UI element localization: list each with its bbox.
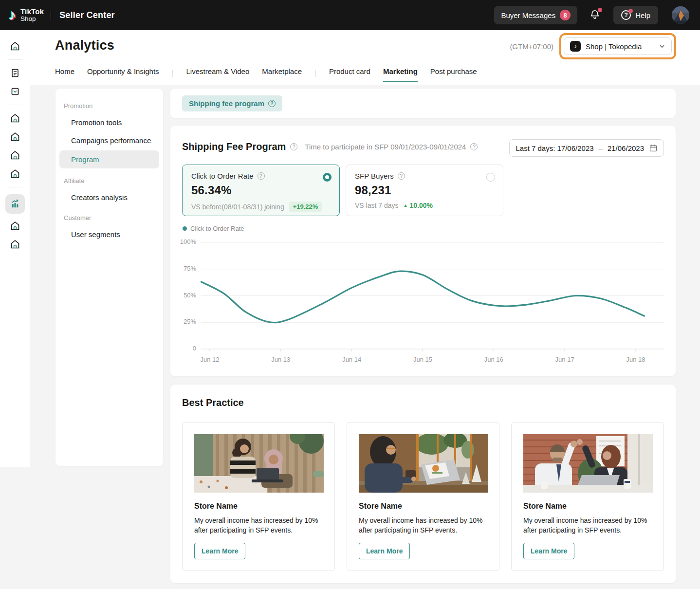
best-practice-title: Best Practice xyxy=(182,397,244,408)
metric-radio-selected[interactable] xyxy=(323,173,332,182)
buyer-messages-button[interactable]: Buyer Messages 8 xyxy=(494,6,577,24)
metric-cards: Click to Order Rate ? 56.34% VS before(0… xyxy=(182,165,503,216)
metric-value: 98,231 xyxy=(355,184,494,197)
best-practice-grid: Store Name My overall income has increas… xyxy=(182,422,664,571)
rail-inbox-icon[interactable] xyxy=(5,82,25,101)
participate-period-text: Time to participate in SFP 09/01/2023-09… xyxy=(305,143,466,151)
sidebar-heading-promotion: Promotion xyxy=(55,94,163,113)
topbar: ♪ TikTok Shop Seller Center Buyer Messag… xyxy=(0,0,700,30)
sidebar-item-promotion-tools[interactable]: Promotion tools xyxy=(55,113,163,131)
brand-line2: Shop xyxy=(20,16,44,22)
topbar-divider xyxy=(51,10,51,20)
tab-marketing-active[interactable]: Marketing xyxy=(383,67,418,82)
tab-product-card[interactable]: Product card xyxy=(329,67,370,82)
shipping-fee-program-chip[interactable]: Shipping fee program ? xyxy=(182,95,282,111)
bell-notification-dot xyxy=(598,8,602,12)
y-axis-tick: 0 xyxy=(170,345,196,352)
rail-divider xyxy=(8,187,22,187)
click-to-order-rate-line xyxy=(202,271,645,323)
y-axis-tick: 100% xyxy=(170,238,196,245)
x-axis-label: Jun 16 xyxy=(472,356,516,363)
calendar-icon xyxy=(649,144,658,152)
date-range-picker[interactable]: Last 7 days: 17/06/2023 – 21/06/2023 xyxy=(509,139,664,157)
store-quote: My overall income has increased by 10% a… xyxy=(523,515,651,535)
metric-compare-text: VS last 7 days xyxy=(355,202,399,209)
line-chart-canvas xyxy=(170,126,676,376)
metric-help-icon[interactable]: ? xyxy=(258,172,265,180)
product-name: Seller Center xyxy=(59,10,115,20)
program-filter-card: Shipping fee program ? xyxy=(170,89,676,118)
rail-home-icon[interactable] xyxy=(5,217,25,235)
tab-livestream-video[interactable]: Livestream & Video xyxy=(186,67,250,82)
metric-delta-value: 10.00% xyxy=(409,202,432,209)
chip-help-icon[interactable]: ? xyxy=(268,100,276,107)
x-axis-label: Jun 12 xyxy=(188,356,232,363)
help-label: Help xyxy=(635,11,650,19)
date-range-separator: – xyxy=(599,144,603,152)
best-practice-card-3: Store Name My overall income has increas… xyxy=(511,422,664,571)
tab-opportunity-insights[interactable]: Opportunity & Insights xyxy=(87,67,159,82)
rail-home-icon[interactable] xyxy=(5,128,25,146)
tab-post-purchase[interactable]: Post purchase xyxy=(430,67,477,82)
rail-home-icon[interactable] xyxy=(5,109,25,128)
y-axis-tick: 25% xyxy=(170,318,196,325)
legend-label: Click to Order Rate xyxy=(190,225,244,232)
user-avatar[interactable] xyxy=(672,6,689,24)
metric-value: 56.34% xyxy=(191,184,331,197)
tiktok-note-icon: ♪ xyxy=(9,8,16,22)
x-axis-label: Jun 14 xyxy=(330,356,374,363)
metric-delta-badge: +19.22% xyxy=(289,202,322,212)
sidebar-item-user-segments[interactable]: User segments xyxy=(55,225,163,243)
participate-help-icon[interactable]: ? xyxy=(470,143,478,150)
metric-help-icon[interactable]: ? xyxy=(398,172,405,180)
best-practice-card-2: Store Name My overall income has increas… xyxy=(347,422,499,571)
learn-more-button[interactable]: Learn More xyxy=(359,543,410,559)
sidebar-item-program-active[interactable]: Program xyxy=(59,150,159,168)
sidebar-heading-customer: Customer xyxy=(55,206,163,225)
rail-analytics-icon-active[interactable] xyxy=(5,194,25,214)
shop-selector-label: Shop | Tokopedia xyxy=(586,42,653,51)
chevron-down-icon xyxy=(658,42,666,51)
help-button[interactable]: ? Help xyxy=(613,6,658,24)
notifications-bell-icon[interactable] xyxy=(589,9,602,21)
metric-radio-unselected[interactable] xyxy=(486,173,495,182)
chart-legend-item[interactable]: Click to Order Rate xyxy=(183,225,244,232)
sidebar-heading-affiliate: Affiliate xyxy=(55,169,163,188)
rail-home-icon[interactable] xyxy=(5,146,25,165)
sidebar-item-creators-analysis[interactable]: Creators analysis xyxy=(55,188,163,206)
legend-dot-icon xyxy=(183,226,187,231)
store-photo-colleagues-high-five xyxy=(523,434,653,493)
y-axis-tick: 75% xyxy=(170,265,196,272)
x-axis-label: Jun 13 xyxy=(259,356,303,363)
x-axis-label: Jun 17 xyxy=(543,356,587,363)
left-icon-rail xyxy=(0,30,30,467)
page-title: Analytics xyxy=(55,38,114,53)
metric-card-sfp-buyers[interactable]: SFP Buyers ? 98,231 VS last 7 days ▲ 10.… xyxy=(346,165,503,216)
rail-home-icon[interactable] xyxy=(5,165,25,183)
tab-marketplace[interactable]: Marketplace xyxy=(262,67,302,82)
metric-label: SFP Buyers xyxy=(355,172,394,180)
analytics-tabs: Home Opportunity & Insights | Livestream… xyxy=(55,67,477,82)
tiktok-shop-logo[interactable]: TikTok Shop xyxy=(20,8,44,22)
rail-home-icon[interactable] xyxy=(5,37,25,55)
metric-card-click-to-order-rate[interactable]: Click to Order Rate ? 56.34% VS before(0… xyxy=(182,165,340,216)
store-photo-two-women-at-laptop xyxy=(194,434,324,493)
store-name: Store Name xyxy=(523,502,652,511)
tab-separator: | xyxy=(314,69,316,82)
rail-orders-icon[interactable] xyxy=(5,64,25,82)
avatar-mountain-image xyxy=(672,6,689,24)
shop-selector-dropdown[interactable]: ♪ Shop | Tokopedia xyxy=(564,37,672,55)
x-axis-label: Jun 18 xyxy=(614,356,658,363)
tab-home[interactable]: Home xyxy=(55,67,74,82)
y-axis-tick: 50% xyxy=(170,292,196,299)
sidebar-item-campaigns-performance[interactable]: Campaigns performance xyxy=(55,131,163,149)
date-range-start: Last 7 days: 17/06/2023 xyxy=(516,144,593,152)
rail-home-icon[interactable] xyxy=(5,235,25,254)
learn-more-button[interactable]: Learn More xyxy=(523,543,574,559)
learn-more-button[interactable]: Learn More xyxy=(194,543,245,559)
shop-bag-icon: ♪ xyxy=(570,41,581,52)
store-quote: My overall income has increased by 10% a… xyxy=(194,515,322,535)
shop-selector-highlight: ♪ Shop | Tokopedia xyxy=(559,33,676,59)
section-title: Shipping Fee Program xyxy=(182,141,286,152)
section-help-icon[interactable]: ? xyxy=(290,143,297,150)
